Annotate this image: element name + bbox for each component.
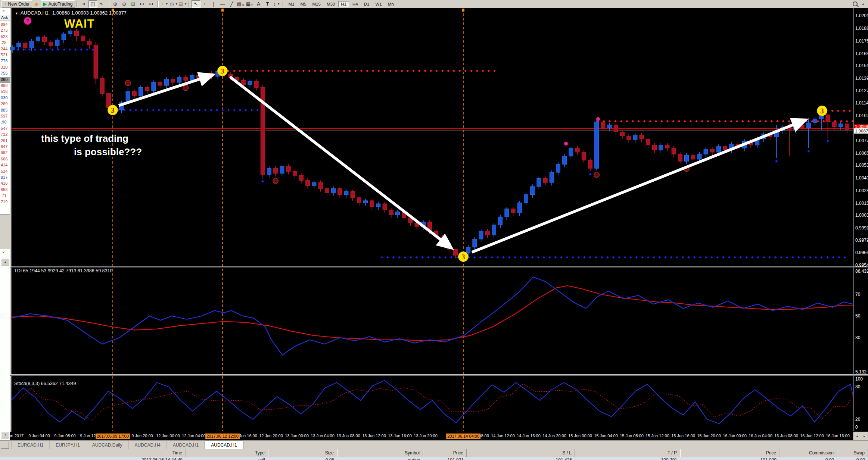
tab-list-button[interactable] <box>1 442 9 449</box>
market-watch-price[interactable]: .71 <box>0 193 10 199</box>
candle <box>601 122 605 128</box>
timeframe-mn-button[interactable]: MN <box>385 1 397 7</box>
crosshair-button[interactable]: + <box>200 0 209 8</box>
bar-chart-button[interactable]: ≡ <box>80 0 88 8</box>
price-scale-label: 1.00035 <box>855 213 868 218</box>
terminal-column-swap: Swap <box>837 449 868 457</box>
fibonacci-button[interactable]: ▦F <box>245 0 254 8</box>
market-watch-price[interactable]: 837 <box>0 175 10 181</box>
market-watch-price[interactable]: 060 <box>0 77 10 83</box>
price-scale-label: 1.00775 <box>855 138 868 143</box>
market-watch-price[interactable]: 416 <box>0 181 10 187</box>
cursor-button[interactable]: ↖ <box>192 0 200 8</box>
timeframe-m15-button[interactable]: M15 <box>310 1 323 7</box>
market-watch-price[interactable]: 597 <box>0 113 10 119</box>
market-watch-price[interactable]: 755 <box>0 71 10 76</box>
market-watch-price[interactable]: 534 <box>0 169 10 175</box>
timeframe-m1-button[interactable]: M1 <box>286 1 297 7</box>
chart-ohlc-values: 1.00868 1.00903 1.00862 1.00877 <box>52 10 127 16</box>
time-axis-scroll-corner[interactable]: ◂ ▸ <box>853 432 868 440</box>
market-watch-price[interactable]: 885 <box>0 107 10 113</box>
autotrading-button[interactable]: ▶AutoTrading <box>41 0 75 8</box>
chart-tab-audcad-h1-4[interactable]: AUDCAD,H1 <box>167 441 205 449</box>
templates-button[interactable]: ▤▾ <box>178 0 187 8</box>
entry-signal-circle[interactable]: 3 <box>108 105 118 115</box>
market-watch-price[interactable]: 547 <box>0 126 10 132</box>
market-watch-price[interactable]: 732 <box>0 132 10 138</box>
chart-tab-audcad-h4-3[interactable]: AUDCAD,H4 <box>128 441 167 449</box>
market-watch-price[interactable]: .90 <box>0 119 10 125</box>
market-watch-price[interactable]: 521 <box>0 52 10 58</box>
market-watch-price[interactable]: 310 <box>0 65 10 71</box>
scroll-up-button[interactable]: ▴ <box>1 259 9 266</box>
market-watch-price[interactable]: 719 <box>0 199 10 205</box>
new-order-button[interactable]: +New Order <box>1 0 32 8</box>
trendline-button[interactable]: ╱ <box>227 0 236 8</box>
entry-signal-circle[interactable]: 3 <box>218 66 228 76</box>
price-scale-label: 1.00405 <box>855 175 868 181</box>
market-watch-price[interactable]: 244 <box>0 46 10 52</box>
market-watch-price[interactable]: 847 <box>0 144 10 150</box>
periods-button[interactable]: ◷▾ <box>169 0 178 8</box>
market-watch-price[interactable]: .28 <box>0 40 10 46</box>
scroll-right-icon[interactable]: ▸ <box>864 434 865 438</box>
vertical-line-button[interactable]: | <box>209 0 218 8</box>
market-watch-price[interactable]: 273 <box>0 28 10 34</box>
zoom-out-button[interactable]: ⊖ <box>120 0 129 8</box>
close-icon[interactable]: × <box>2 250 4 254</box>
chart-shift-button[interactable]: ↤ <box>147 0 156 8</box>
text-label-button[interactable]: T <box>263 0 272 8</box>
chart-tab-eurjpy-h1-1[interactable]: EURJPY,H1 <box>49 441 85 449</box>
chevron-down-icon[interactable]: ▼ <box>15 12 18 15</box>
candle <box>10 47 15 50</box>
candle <box>485 231 489 235</box>
timeframe-h4-button[interactable]: H4 <box>350 1 361 7</box>
line-chart-button[interactable]: ∿ <box>97 0 106 8</box>
market-watch-price[interactable]: 858 <box>0 187 10 193</box>
timeframe-m30-button[interactable]: M30 <box>324 1 337 7</box>
entry-signal-circle[interactable]: 3 <box>458 252 469 262</box>
pointer-icon[interactable]: ▲ <box>861 2 865 6</box>
market-watch-price[interactable]: 516 <box>0 89 10 95</box>
candlestick-chart-button[interactable]: ◫ <box>88 0 97 8</box>
search-icon[interactable] <box>853 1 858 6</box>
timeframe-d1-button[interactable]: D1 <box>361 1 372 7</box>
timeframe-h1-button[interactable]: H1 <box>338 1 349 7</box>
arrows-button[interactable]: ↕▾ <box>272 0 281 8</box>
expert-advisors-button[interactable]: ◆ <box>32 0 41 8</box>
market-watch-price[interactable]: 269 <box>0 101 10 107</box>
close-icon[interactable]: × <box>2 9 4 13</box>
market-watch-price[interactable]: 778 <box>0 58 10 64</box>
timeframe-w1-button[interactable]: W1 <box>373 1 384 7</box>
market-watch-price[interactable]: 666 <box>0 156 10 162</box>
horizontal-line-button[interactable]: — <box>218 0 227 8</box>
candle <box>145 87 149 90</box>
terminal-cell: 101.021 <box>423 457 467 460</box>
terminal-order-row[interactable]: 2017.06.16 14:44:48sell0.05eurjpy101.021… <box>0 457 868 460</box>
chart-tab-eurcad-h1-0[interactable]: EURCAD,H1 <box>11 441 49 449</box>
market-watch-price[interactable]: 291 <box>0 138 10 144</box>
time-axis-label: 15 Jun 12:00 <box>645 434 669 438</box>
market-watch-price[interactable]: 992 <box>0 150 10 156</box>
entry-signal-circle[interactable]: 3 <box>817 106 827 116</box>
text-button[interactable]: A <box>254 0 263 8</box>
market-watch-price[interactable]: 523 <box>0 34 10 40</box>
indicators-button[interactable]: +▾ <box>160 0 169 8</box>
crosshair-icon: + <box>203 1 206 6</box>
tile-windows-button[interactable]: ⊞ <box>129 0 138 8</box>
market-watch-price[interactable]: 030 <box>0 95 10 101</box>
candle <box>826 115 830 122</box>
timeframe-m5-button[interactable]: M5 <box>298 1 309 7</box>
market-watch-price[interactable]: 988 <box>0 83 10 89</box>
chart-tab-audcad-h1-5[interactable]: AUDCAD,H1 <box>205 441 243 449</box>
chart-canvas[interactable]: 11121?33331.020101.018851.017601.016351.… <box>10 8 868 432</box>
chart-tab-audcad-daily-2[interactable]: AUDCAD,Daily <box>86 441 128 449</box>
equidistant-channel-button[interactable]: ▨E <box>236 0 245 8</box>
market-watch-price[interactable]: 894 <box>0 22 10 28</box>
tdi-scale-label: 86.4326 <box>855 269 868 274</box>
scroll-left-icon[interactable]: ◂ <box>856 434 858 438</box>
market-watch-price[interactable]: 414 <box>0 162 10 168</box>
candle <box>267 168 271 174</box>
auto-scroll-button[interactable]: ↦ <box>138 0 147 8</box>
zoom-in-button[interactable]: ⊕ <box>111 0 120 8</box>
